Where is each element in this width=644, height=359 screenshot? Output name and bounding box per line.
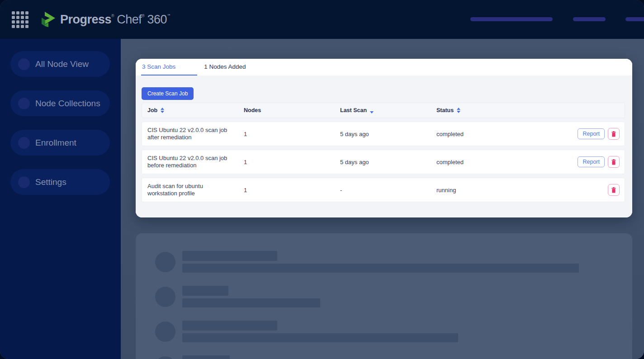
skeleton-list-item xyxy=(155,321,632,342)
trash-icon xyxy=(611,159,616,165)
tab-nodes-added[interactable]: 1 Nodes Added xyxy=(203,59,246,76)
sort-both-icon xyxy=(161,108,164,113)
top-header: Progress®Chef®360℠ xyxy=(0,0,644,39)
column-header-last-scan[interactable]: Last Scan xyxy=(340,107,436,113)
nav-circle-icon xyxy=(18,58,30,70)
column-header-job[interactable]: Job xyxy=(147,107,244,113)
delete-button[interactable] xyxy=(608,156,620,168)
trash-icon xyxy=(611,131,616,137)
main-content: 3 Scan Jobs 1 Nodes Added Create Scan Jo… xyxy=(121,39,644,359)
skeleton-bar xyxy=(182,264,579,273)
sort-both-icon xyxy=(457,108,460,113)
trash-icon xyxy=(611,187,616,193)
report-button[interactable]: Report xyxy=(578,128,605,139)
table-row: CIS Ubuntu 22 v2.0.0 scan job before rem… xyxy=(142,150,625,174)
skeleton-list-item xyxy=(155,251,632,273)
skeleton-bar xyxy=(182,251,277,261)
scan-jobs-table: Job Nodes Last Scan Status xyxy=(142,103,625,202)
header-skeleton-bar xyxy=(470,17,553,21)
brand-progress: Progress xyxy=(60,13,111,26)
table-header-row: Job Nodes Last Scan Status xyxy=(142,103,625,118)
sidebar-item-settings[interactable]: Settings xyxy=(10,169,110,195)
column-header-status[interactable]: Status xyxy=(436,107,620,113)
report-button[interactable]: Report xyxy=(578,156,605,167)
chef-logo-icon xyxy=(41,11,56,28)
skeleton-avatar xyxy=(155,356,175,359)
skeleton-avatar xyxy=(155,287,175,307)
loading-skeleton-panel xyxy=(136,233,632,359)
sidebar-item-enrollment[interactable]: Enrollment xyxy=(10,130,110,156)
sidebar-item-all-node-view[interactable]: All Node View xyxy=(10,51,110,77)
brand-chef: Chef xyxy=(117,13,142,26)
app-grid-icon[interactable] xyxy=(12,11,28,28)
skeleton-list-item xyxy=(155,286,632,307)
create-scan-job-button[interactable]: Create Scan Job xyxy=(142,87,194,100)
brand-wordmark: Progress®Chef®360℠ xyxy=(60,13,171,27)
scan-jobs-section: Create Scan Job Job Nodes Last Scan xyxy=(136,76,632,217)
skeleton-bar xyxy=(182,298,320,307)
sort-desc-icon xyxy=(370,111,374,113)
brand-logo: Progress®Chef®360℠ xyxy=(41,11,171,28)
cell-status: running xyxy=(436,187,608,194)
delete-button[interactable] xyxy=(608,184,620,196)
header-skeleton-bar xyxy=(625,17,644,21)
cell-status: completed xyxy=(436,131,578,137)
table-row: CIS Ubuntu 22 v2.0.0 scan job after reme… xyxy=(142,122,625,146)
cell-job: CIS Ubuntu 22 v2.0.0 scan job after reme… xyxy=(147,122,233,146)
tab-bar: 3 Scan Jobs 1 Nodes Added xyxy=(136,59,632,76)
sidebar-item-node-collections[interactable]: Node Collections xyxy=(10,90,110,116)
cell-status: completed xyxy=(436,159,578,165)
cell-last-scan: 5 days ago xyxy=(340,159,436,165)
cell-nodes: 1 xyxy=(244,187,340,194)
app-window: Progress®Chef®360℠ All Node View Node Co… xyxy=(0,0,644,359)
cell-nodes: 1 xyxy=(244,131,340,137)
skeleton-avatar xyxy=(155,321,175,342)
skeleton-bar xyxy=(182,321,277,331)
tab-scan-jobs[interactable]: 3 Scan Jobs xyxy=(141,59,197,76)
nav-circle-icon xyxy=(18,98,30,109)
sidebar-nav: All Node View Node Collections Enrollmen… xyxy=(0,39,121,359)
skeleton-bar xyxy=(182,286,228,296)
skeleton-list-item xyxy=(155,355,632,359)
skeleton-bar xyxy=(182,355,230,359)
delete-button[interactable] xyxy=(608,128,620,140)
column-header-nodes[interactable]: Nodes xyxy=(244,107,340,113)
cell-last-scan: 5 days ago xyxy=(340,131,436,137)
cell-nodes: 1 xyxy=(244,159,340,165)
cell-job: Audit scan for ubuntu workstation profil… xyxy=(147,178,233,202)
scan-jobs-card: 3 Scan Jobs 1 Nodes Added Create Scan Jo… xyxy=(136,59,632,217)
header-skeleton-bar xyxy=(573,17,606,21)
cell-last-scan: - xyxy=(340,187,436,194)
skeleton-bar xyxy=(182,333,458,342)
cell-job: CIS Ubuntu 22 v2.0.0 scan job before rem… xyxy=(147,150,233,174)
nav-circle-icon xyxy=(18,176,30,188)
skeleton-avatar xyxy=(155,252,175,272)
nav-circle-icon xyxy=(18,137,30,149)
table-row: Audit scan for ubuntu workstation profil… xyxy=(142,178,625,202)
brand-360: 360 xyxy=(147,13,167,26)
